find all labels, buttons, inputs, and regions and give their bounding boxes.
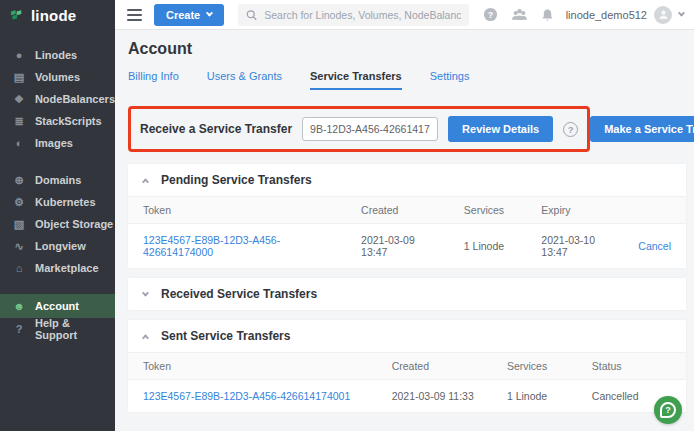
table-row: 123E4567-E89B-12D3-A456-426614174001 202… (128, 380, 686, 413)
header-icons: ? (483, 7, 554, 22)
received-transfers-header[interactable]: Received Service Transfers (128, 278, 686, 310)
sent-transfers-card: Sent Service Transfers Token Created Ser… (128, 320, 686, 412)
tab-service-transfers[interactable]: Service Transfers (310, 70, 402, 90)
help-icon[interactable]: ? (483, 7, 498, 22)
account-tabs: Billing Info Users & Grants Service Tran… (128, 70, 686, 90)
sidebar-item-longview[interactable]: ∿Longview (0, 235, 115, 257)
sent-transfers-header[interactable]: Sent Service Transfers (128, 320, 686, 352)
tab-users-grants[interactable]: Users & Grants (207, 70, 282, 90)
col-expiry: Expiry (526, 197, 623, 224)
chevron-up-icon (142, 178, 149, 185)
main-content: Account Billing Info Users & Grants Serv… (115, 30, 694, 431)
sidebar-item-kubernetes[interactable]: ⚙Kubernetes (0, 191, 115, 213)
transfer-actions-row: Receive a Service Transfer Review Detail… (128, 106, 686, 152)
create-button[interactable]: Create (154, 4, 224, 26)
expiry-cell: 2021-03-10 13:47 (526, 224, 623, 269)
table-row: 123E4567-E89B-12D3-A456-426614174000 202… (128, 224, 686, 269)
longview-icon: ∿ (12, 240, 26, 253)
sidebar-item-object-storage[interactable]: ▧Object Storage (0, 213, 115, 235)
kubernetes-icon: ⚙ (12, 196, 26, 209)
support-chat-button[interactable]: ? (654, 396, 682, 424)
token-link[interactable]: 123E4567-E89B-12D3-A456-426614174000 (143, 234, 280, 258)
pending-transfers-table: Token Created Services Expiry 123E4567-E… (128, 196, 686, 268)
chevron-down-icon (678, 10, 685, 17)
marketplace-icon: ⌂ (12, 262, 26, 274)
page-title: Account (128, 40, 686, 58)
volumes-icon: ▤ (12, 71, 26, 84)
help-support-icon: ? (12, 323, 26, 335)
domains-icon: ⊕ (12, 174, 26, 187)
question-bubble-icon: ? (660, 402, 676, 418)
col-created: Created (346, 197, 449, 224)
linode-logo[interactable]: linode (0, 0, 115, 30)
linodes-icon: ● (12, 49, 26, 61)
col-services: Services (492, 353, 577, 380)
make-transfer-button[interactable]: Make a Service Transfer (590, 116, 694, 142)
images-icon: ◐ (12, 137, 26, 149)
sent-transfers-table: Token Created Services Status 123E4567-E… (128, 352, 686, 412)
col-created: Created (377, 353, 492, 380)
col-services: Services (449, 197, 526, 224)
chevron-down-icon (142, 289, 149, 296)
sidebar-nav: ●Linodes ▤Volumes ❖NodeBalancers ≣StackS… (0, 44, 115, 340)
nav-group-divider (0, 279, 115, 294)
created-cell: 2021-03-09 11:33 (377, 380, 492, 413)
received-transfers-card: Received Service Transfers (128, 278, 686, 310)
sidebar-item-marketplace[interactable]: ⌂Marketplace (0, 257, 115, 279)
search-input[interactable] (264, 9, 460, 21)
services-cell: 1 Linode (492, 380, 577, 413)
menu-icon[interactable] (127, 9, 142, 21)
created-cell: 2021-03-09 13:47 (346, 224, 449, 269)
services-cell: 1 Linode (449, 224, 526, 269)
linode-cloud-manager: linode ●Linodes ▤Volumes ❖NodeBalancers … (0, 0, 694, 431)
avatar (654, 6, 672, 24)
nodebalancers-icon: ❖ (12, 93, 26, 106)
sidebar-item-domains[interactable]: ⊕Domains (0, 169, 115, 191)
footer: v1.34.0 API Reference Provide Feedback (128, 422, 686, 431)
col-actions (623, 197, 686, 224)
sidebar-item-stackscripts[interactable]: ≣StackScripts (0, 110, 115, 132)
receive-transfer-label: Receive a Service Transfer (140, 122, 292, 136)
linode-logo-icon (10, 8, 25, 23)
help-tooltip-icon[interactable]: ? (563, 122, 578, 137)
community-icon[interactable] (511, 8, 528, 22)
col-token: Token (128, 353, 377, 380)
object-storage-icon: ▧ (12, 218, 26, 231)
col-token: Token (128, 197, 346, 224)
user-menu[interactable]: linode_demo512 (566, 6, 684, 24)
search-icon (246, 9, 257, 21)
chevron-down-icon (206, 10, 213, 17)
svg-text:?: ? (487, 10, 492, 20)
sidebar-item-volumes[interactable]: ▤Volumes (0, 66, 115, 88)
global-search[interactable] (238, 4, 468, 26)
logo-text: linode (31, 7, 76, 24)
username: linode_demo512 (566, 9, 647, 21)
sidebar-item-account[interactable]: ☻Account (0, 294, 115, 318)
sidebar-item-images[interactable]: ◐Images (0, 132, 115, 154)
pending-transfers-header[interactable]: Pending Service Transfers (128, 164, 686, 196)
nav-group-divider (0, 154, 115, 169)
sidebar-item-linodes[interactable]: ●Linodes (0, 44, 115, 66)
pending-transfers-card: Pending Service Transfers Token Created … (128, 164, 686, 268)
stackscripts-icon: ≣ (12, 115, 26, 128)
sidebar-item-help-support[interactable]: ?Help & Support (0, 318, 115, 340)
account-icon: ☻ (12, 300, 26, 312)
col-status: Status (577, 353, 686, 380)
cancel-link[interactable]: Cancel (638, 240, 671, 252)
notifications-bell-icon[interactable] (541, 8, 554, 22)
transfer-token-input[interactable] (302, 117, 438, 141)
receive-transfer-highlight: Receive a Service Transfer Review Detail… (128, 106, 590, 152)
chevron-up-icon (142, 334, 149, 341)
sidebar-item-nodebalancers[interactable]: ❖NodeBalancers (0, 88, 115, 110)
tab-billing-info[interactable]: Billing Info (128, 70, 179, 90)
tab-settings[interactable]: Settings (430, 70, 470, 90)
sidebar: linode ●Linodes ▤Volumes ❖NodeBalancers … (0, 0, 115, 431)
token-link[interactable]: 123E4567-E89B-12D3-A456-426614174001 (143, 390, 350, 402)
top-header: Create ? linode_demo512 (115, 0, 694, 30)
review-details-button[interactable]: Review Details (448, 116, 553, 142)
